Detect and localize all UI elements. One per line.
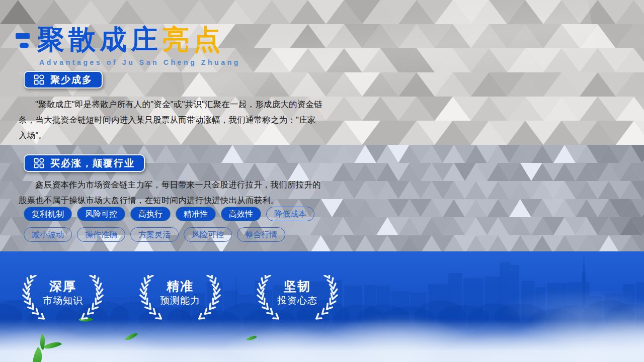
highlight-title: 坚韧 [284,279,311,294]
highlights-row: 深厚 市场知识 精准 预测能力 坚韧 投资心态 [15,275,345,329]
highlight-title: 深厚 [49,279,76,294]
apps-grid-icon [34,74,44,85]
tag-row-2: 减小波动操作准确方案灵活风险可控整合行情 [24,227,285,242]
page-title: 聚散成庄亮点 [37,24,224,54]
apps-grid-icon [34,158,44,168]
tag-pill: 减小波动 [24,227,72,242]
tag-pill: 整合行情 [237,227,285,242]
header-mark-icon [20,43,29,48]
highlight-subtitle: 预测能力 [160,294,200,307]
tag-pill: 风险可控 [77,207,125,221]
highlight-subtitle: 投资心态 [277,294,317,307]
tag-pill: 方案灵活 [130,227,179,242]
highlight-item: 坚韧 投资心态 [250,275,345,329]
highlight-item: 深厚 市场知识 [15,275,111,329]
highlight-item: 精准 预测能力 [132,275,228,329]
page-subtitle: Advantages of Ju San Cheng Zhuang [39,58,240,66]
section-badge-label: 聚少成多 [50,73,93,86]
slide: 聚散成庄亮点 Advantages of Ju San Cheng Zhuang… [0,0,644,362]
section-badge-2: 买必涨，颠覆行业 [24,154,145,172]
section-paragraph-1: "聚散成庄"即是将散户所有人的"资金"或"共识"汇聚在一起，形成庞大的资金链条，… [19,97,323,143]
title-accent: 亮点 [162,24,224,54]
header-mark-icon [16,33,30,39]
title-primary: 聚散成庄 [37,24,162,54]
tag-pill: 精准性 [176,207,216,221]
section-badge-label: 买必涨，颠覆行业 [50,157,135,170]
tag-row-1: 复利机制风险可控高执行精准性高效性降低成本 [24,207,314,221]
tag-pill: 操作准确 [77,227,125,242]
tag-pill: 复利机制 [24,207,72,221]
tag-pill: 降低成本 [266,207,314,221]
section-badge-1: 聚少成多 [24,71,103,88]
highlight-subtitle: 市场知识 [43,294,83,307]
tag-pill: 风险可控 [184,227,232,242]
tag-pill: 高效性 [221,207,261,221]
tag-pill: 高执行 [130,207,171,221]
highlight-title: 精准 [167,279,194,294]
section-paragraph-2: 鑫辰资本作为市场资金链主力军，每日带来一只金股进行拉升，我们所拉升的股票也不属于… [19,177,323,208]
